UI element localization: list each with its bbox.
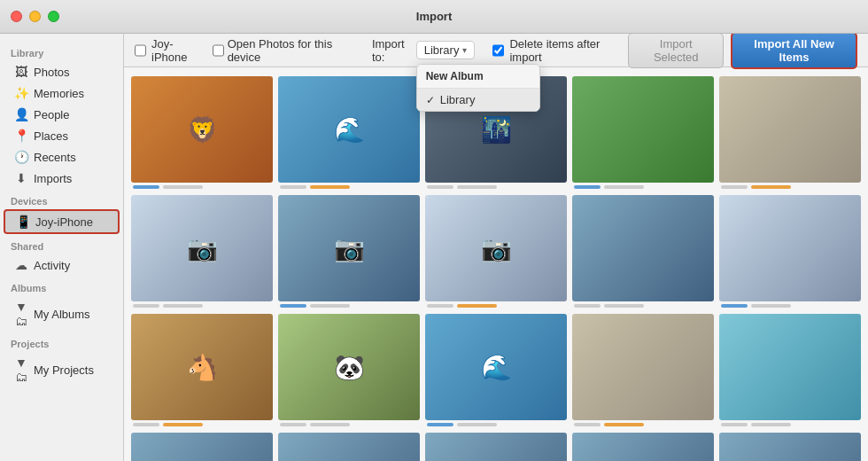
sidebar-projects-label: Projects (0, 332, 123, 352)
photo-meta (719, 422, 861, 427)
photo-cell[interactable] (719, 314, 861, 427)
sidebar-item-places[interactable]: 📍 Places (4, 125, 120, 146)
imports-icon: ⬇ (14, 171, 28, 185)
sidebar-devices-label: Devices (0, 189, 123, 209)
import-dropdown-value: Library (424, 43, 460, 57)
photo-meta (425, 422, 567, 427)
dropdown-popup-header: New Album (417, 65, 539, 89)
photo-cell[interactable] (572, 433, 714, 461)
photo-meta (572, 422, 714, 427)
photo-cell[interactable]: 📷 (278, 433, 420, 461)
photo-cell[interactable]: 📷 (278, 195, 420, 309)
activity-icon: ☁ (14, 258, 28, 272)
sidebar-shared-label: Shared (0, 234, 123, 254)
photo-cell[interactable]: 📷 (425, 433, 567, 461)
sidebar-item-recents-label: Recents (34, 151, 76, 164)
photo-grid: 🦁🌊🌃📷📷📷🐴🐼🌊📷📷📷🍂🎡🎈📷📷📷🦁🎠💧 (131, 76, 861, 461)
sidebar-albums-label: Albums (0, 276, 123, 296)
photo-meta (719, 184, 861, 190)
import-dropdown-button[interactable]: Library ▾ (416, 41, 476, 59)
import-to-label: Import to: (372, 37, 411, 64)
delete-after-import-area: Delete items after import (492, 37, 621, 64)
sidebar-item-photos[interactable]: 🖼 Photos (4, 61, 120, 82)
sidebar-item-memories[interactable]: ✨ Memories (4, 82, 120, 104)
photo-cell[interactable] (572, 195, 714, 309)
device-checkbox-area: Joy-iPhone (135, 37, 204, 64)
titlebar: Import (0, 0, 868, 34)
projects-icon: ▼🗂 (14, 356, 28, 384)
sidebar-item-memories-label: Memories (34, 87, 84, 100)
photo-meta (278, 422, 420, 427)
photo-cell[interactable] (719, 433, 861, 461)
sidebar-item-my-albums[interactable]: ▼🗂 My Albums (4, 296, 120, 332)
photo-cell[interactable]: 📷 (131, 195, 273, 309)
chevron-down-icon: ▾ (462, 45, 467, 55)
delete-after-import-label: Delete items after import (509, 37, 621, 64)
dropdown-item-library-label: Library (440, 93, 476, 106)
import-to-dropdown[interactable]: Library ▾ New Album ✓ Library (416, 41, 476, 59)
sidebar-item-people[interactable]: 👤 People (4, 104, 120, 125)
device-select-checkbox[interactable] (135, 44, 146, 57)
sidebar-item-places-label: Places (34, 129, 68, 143)
photo-cell[interactable] (719, 76, 861, 190)
photo-cell[interactable] (572, 76, 714, 190)
checkmark-icon: ✓ (426, 94, 435, 106)
photo-cell[interactable]: 📷 (425, 195, 567, 309)
sidebar-item-imports[interactable]: ⬇ Imports (4, 168, 120, 189)
sidebar-item-activity[interactable]: ☁ Activity (4, 254, 120, 276)
iphone-icon: 📱 (16, 215, 30, 229)
import-all-button[interactable]: Import All New Items (731, 34, 857, 69)
albums-icon: ▼🗂 (14, 300, 28, 328)
close-button[interactable] (11, 11, 22, 22)
photo-cell[interactable]: 📷 (131, 433, 273, 461)
sidebar-item-imports-label: Imports (34, 172, 72, 185)
import-to-area: Import to: Library ▾ New Album ✓ Library (372, 37, 476, 64)
photo-cell[interactable]: 🌊 (278, 76, 420, 190)
photo-cell[interactable]: 🌊 (425, 314, 567, 427)
sidebar-item-recents[interactable]: 🕐 Recents (4, 146, 120, 168)
photo-meta (425, 184, 567, 190)
photos-icon: 🖼 (14, 65, 28, 79)
maximize-button[interactable] (48, 11, 59, 22)
open-photos-checkbox[interactable] (213, 44, 224, 57)
sidebar-library-label: Library (0, 41, 123, 61)
photo-meta (131, 422, 273, 427)
photo-cell[interactable]: 🐴 (131, 314, 273, 427)
window-controls (11, 11, 59, 22)
dropdown-item-library[interactable]: ✓ Library (417, 89, 539, 111)
toolbar-device-name: Joy-iPhone (151, 37, 204, 64)
places-icon: 📍 (14, 129, 28, 143)
photo-meta (278, 184, 420, 190)
sidebar-item-activity-label: Activity (34, 259, 70, 272)
import-dropdown-popup: New Album ✓ Library (416, 64, 540, 112)
recents-icon: 🕐 (14, 150, 28, 164)
open-photos-area: Open Photos for this device (213, 37, 356, 64)
photo-meta (131, 303, 273, 309)
main-container: Library 🖼 Photos ✨ Memories 👤 People 📍 P… (0, 34, 868, 461)
photo-meta (278, 303, 420, 309)
sidebar-item-joy-iphone[interactable]: 📱 Joy-iPhone (4, 209, 120, 234)
photo-meta (572, 184, 714, 190)
photo-cell[interactable]: 🐼 (278, 314, 420, 427)
open-photos-label: Open Photos for this device (228, 37, 356, 64)
photo-cell[interactable]: 🦁 (131, 76, 273, 190)
sidebar: Library 🖼 Photos ✨ Memories 👤 People 📍 P… (0, 34, 124, 461)
toolbar: Joy-iPhone Open Photos for this device I… (124, 34, 868, 67)
memories-icon: ✨ (14, 86, 28, 100)
sidebar-item-photos-label: Photos (34, 66, 69, 79)
toolbar-right: Delete items after import Import Selecte… (492, 34, 857, 69)
minimize-button[interactable] (29, 11, 41, 22)
sidebar-item-people-label: People (34, 108, 69, 121)
sidebar-item-iphone-label: Joy-iPhone (35, 215, 93, 229)
import-selected-button[interactable]: Import Selected (628, 34, 724, 68)
sidebar-item-projects-label: My Projects (34, 363, 94, 377)
content-area: Joy-iPhone Open Photos for this device I… (124, 34, 868, 461)
people-icon: 👤 (14, 107, 28, 121)
photo-cell[interactable] (719, 195, 861, 309)
photo-meta (425, 303, 567, 309)
photo-meta (572, 303, 714, 309)
photo-cell[interactable] (572, 314, 714, 427)
photo-meta (131, 184, 273, 190)
delete-after-import-checkbox[interactable] (492, 44, 504, 57)
sidebar-item-my-projects[interactable]: ▼🗂 My Projects (4, 352, 120, 387)
